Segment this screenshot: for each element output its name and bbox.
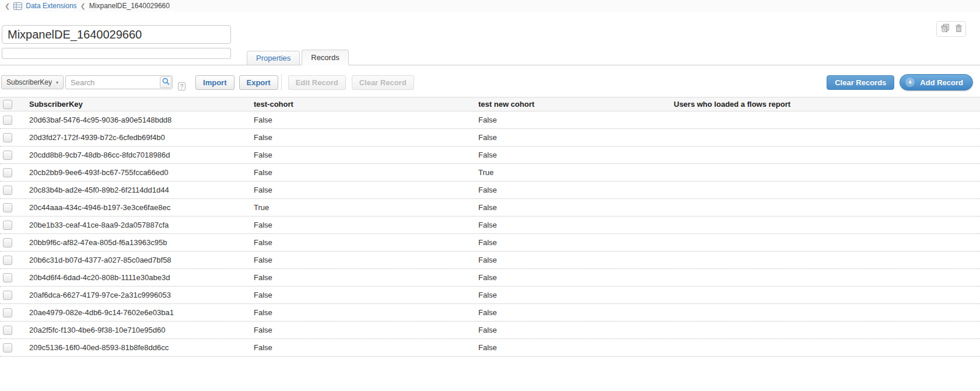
search-box [65,75,173,89]
table-row[interactable]: 209c5136-16f0-40ed-8593-81b8fe8dd6cc Fal… [0,339,980,357]
cell-subscriberkey: 20ae4979-082e-4db6-9c14-7602e6e03ba1 [26,308,251,317]
table-row[interactable]: 20b4d6f4-6dad-4c20-808b-1111e30abe3d Fal… [0,269,980,287]
cell-test-new-cohort: False [475,203,671,212]
table-row[interactable]: 20af6dca-6627-4179-97ce-2a31c9996053 Fal… [0,287,980,304]
description-field[interactable] [2,48,231,59]
table-row[interactable]: 20be1b33-ceaf-41ce-8aa9-2da057887cfa Fal… [0,217,980,234]
cell-test-cohort: False [251,186,475,194]
data-extension-grid-icon [13,2,22,10]
row-checkbox[interactable] [3,221,12,230]
cell-test-cohort: False [251,291,475,299]
table-body: 20d63baf-5476-4c95-9036-a90e5148bdd8 Fal… [0,111,980,357]
copy-plus-icon [940,23,950,34]
table-row[interactable]: 20c44aaa-434c-4946-b197-3e3ce6fae8ec Tru… [0,199,980,217]
table-row[interactable]: 20cb2bb9-9ee6-493f-bc67-755fcca66ed0 Fal… [0,164,980,181]
search-button[interactable] [160,76,172,88]
cell-test-cohort: False [251,133,475,142]
breadcrumb-separator-icon: ❮ [80,3,86,9]
tab-bar: Properties Records [247,50,349,65]
clear-record-button[interactable]: Clear Record [352,75,414,90]
search-input[interactable] [65,75,173,89]
add-record-button[interactable]: + Add Record [900,74,973,90]
select-all-checkbox[interactable] [3,100,12,109]
table-row[interactable]: 20a2f5fc-f130-4be6-9f38-10e710e95d60 Fal… [0,322,980,339]
column-header-flows-report: Users who loaded a flows report [671,100,980,109]
cell-test-cohort: False [251,168,475,177]
cell-subscriberkey: 20bb9f6c-af82-47ea-805d-f6a13963c95b [26,238,251,247]
cell-test-new-cohort: False [475,151,671,159]
cell-test-new-cohort: False [475,116,671,124]
cell-test-new-cohort: False [475,343,671,352]
row-checkbox[interactable] [3,168,12,177]
toolbar-right-group: Clear Records + Add Record [827,74,973,90]
cell-subscriberkey: 20be1b33-ceaf-41ce-8aa9-2da057887cfa [26,221,251,229]
column-header-subscriberkey: SubscriberKey [26,100,251,109]
cell-test-new-cohort: False [475,133,671,142]
column-header-test-new-cohort: test new cohort [475,100,671,109]
tab-properties[interactable]: Properties [247,51,300,65]
data-extension-header: Properties Records [0,12,980,65]
table-row[interactable]: 20b6c31d-b07d-4377-a027-85c0aed7bf58 Fal… [0,252,980,269]
row-checkbox[interactable] [3,238,12,247]
row-checkbox[interactable] [3,203,12,212]
cell-test-cohort: True [251,203,475,212]
cell-test-new-cohort: True [475,168,671,177]
copy-data-extension-button[interactable] [940,23,950,34]
cell-test-cohort: False [251,326,475,334]
cell-test-cohort: False [251,273,475,282]
cell-test-new-cohort: False [475,273,671,282]
row-checkbox[interactable] [3,133,12,142]
cell-test-new-cohort: False [475,186,671,194]
table-row[interactable]: 20bb9f6c-af82-47ea-805d-f6a13963c95b Fal… [0,234,980,252]
column-header-test-cohort: test-cohort [251,100,475,109]
name-field[interactable] [2,25,231,44]
clear-records-button[interactable]: Clear Records [827,75,894,90]
cell-test-cohort: False [251,221,475,229]
row-checkbox[interactable] [3,273,12,282]
cell-subscriberkey: 20a2f5fc-f130-4be6-9f38-10e710e95d60 [26,326,251,334]
table-row[interactable]: 20cdd8b8-9cb7-48db-86cc-8fdc7018986d Fal… [0,146,980,164]
row-checkbox[interactable] [3,116,12,125]
breadcrumb-current-item: MixpanelDE_1640029660 [89,2,170,10]
row-checkbox[interactable] [3,256,12,265]
cell-test-cohort: False [251,116,475,124]
cell-subscriberkey: 20cb2bb9-9ee6-493f-bc67-755fcca66ed0 [26,168,251,177]
help-icon[interactable]: ? [178,82,186,90]
import-button[interactable]: Import [195,75,234,90]
row-checkbox[interactable] [3,326,12,335]
cell-subscriberkey: 20b4d6f4-6dad-4c20-808b-1111e30abe3d [26,273,251,282]
table-row[interactable]: 20ae4979-082e-4db6-9c14-7602e6e03ba1 Fal… [0,304,980,322]
row-checkbox[interactable] [3,343,12,352]
toolbar-divider [281,75,282,90]
export-button[interactable]: Export [239,75,278,90]
back-chevron-icon[interactable]: ❮ [5,3,10,9]
row-checkbox[interactable] [3,291,12,300]
edit-record-button[interactable]: Edit Record [288,75,346,90]
cell-test-new-cohort: False [475,221,671,229]
cell-subscriberkey: 20d63baf-5476-4c95-9036-a90e5148bdd8 [26,116,251,124]
tab-records[interactable]: Records [302,50,348,65]
table-header-row: SubscriberKey test-cohort test new cohor… [0,97,980,111]
cell-subscriberkey: 209c5136-16f0-40ed-8593-81b8fe8dd6cc [26,343,251,352]
table-row[interactable]: 20d63baf-5476-4c95-9036-a90e5148bdd8 Fal… [0,111,980,129]
cell-test-new-cohort: False [475,326,671,334]
row-checkbox[interactable] [3,186,12,195]
table-row[interactable]: 20c83b4b-ad2e-45f0-89b2-6f2114dd1d44 Fal… [0,181,980,199]
cell-test-cohort: False [251,256,475,264]
search-field-selector[interactable]: SubscriberKey ▾ [1,75,64,89]
cell-test-new-cohort: False [475,308,671,317]
cell-test-new-cohort: False [475,256,671,264]
table-row[interactable]: 20d3fd27-172f-4939-b72c-6cfedb69f4b0 Fal… [0,129,980,146]
cell-test-cohort: False [251,151,475,159]
row-checkbox[interactable] [3,308,12,317]
cell-test-new-cohort: False [475,238,671,247]
delete-data-extension-button[interactable] [955,24,963,34]
breadcrumb-data-extensions-link[interactable]: Data Extensions [26,2,76,10]
cell-subscriberkey: 20d3fd27-172f-4939-b72c-6cfedb69f4b0 [26,133,251,142]
row-checkbox[interactable] [3,151,12,160]
cell-test-cohort: False [251,343,475,352]
add-record-label: Add Record [920,78,963,87]
search-icon [162,78,170,87]
cell-subscriberkey: 20c44aaa-434c-4946-b197-3e3ce6fae8ec [26,203,251,212]
chevron-down-icon: ▾ [56,80,58,85]
